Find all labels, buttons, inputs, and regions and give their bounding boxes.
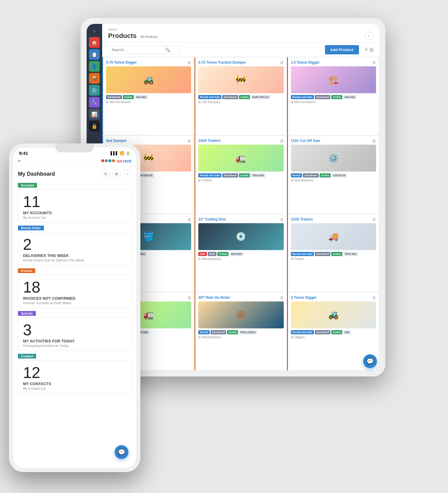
product-image: 🚛 [198, 145, 283, 172]
product-tag: Bulk [208, 252, 217, 256]
product-image: 🚚 [291, 223, 376, 250]
product-category: Diggers [294, 336, 305, 339]
product-card[interactable]: 🗑110v Cut Off Saw⚙️RentalSerialisedActiv… [287, 135, 379, 214]
sidebar-collapse-icon[interactable]: » [93, 29, 96, 33]
product-tag: Rental and Sale [198, 95, 221, 99]
dashboard-card-title: MY ACCOUNTS [23, 211, 126, 215]
product-tags: Rental and SaleSerialisedActiveTRAI-002 [198, 173, 283, 177]
product-tags: SerialisedActiveDIG-001 [106, 95, 191, 99]
sidebar-icon-1[interactable]: 🏠 [89, 37, 100, 48]
phone-header: » onrent [13, 157, 136, 166]
delete-product-icon[interactable]: 🗑 [280, 296, 284, 300]
delete-product-icon[interactable]: 🗑 [372, 139, 376, 143]
phone: 9:41 ▌▌▌ 📶 🔋 » onrent My Dashboard ↻ [9, 143, 140, 472]
tablet-chat-button[interactable]: 💬 [363, 354, 377, 368]
sidebar-icon-3[interactable]: 👤 [89, 61, 100, 72]
dashboard-card[interactable]: 11 MY ACCOUNTS My Account List [18, 189, 131, 223]
product-name: 3 Tonne Digger [291, 296, 376, 300]
product-tag: DISC323 [229, 252, 243, 256]
list-view-icon[interactable]: ≡ [365, 47, 368, 53]
sidebar-icon-8[interactable]: 🔒 [89, 121, 100, 131]
product-card[interactable]: 🗑1.5 Tonne Digger🏗️Rental and SaleSerial… [287, 57, 379, 135]
settings-button[interactable]: ⚙ [112, 170, 121, 178]
product-tag: Sale [198, 252, 207, 256]
product-category: Trailers [202, 179, 212, 182]
logo-circle-blue [108, 159, 111, 162]
dashboard-number: 2 [23, 237, 126, 252]
dashboard-card-subtitle: Rental Orders Due for Delivery This Week [23, 258, 126, 262]
back-dash-button[interactable]: ‹ [123, 170, 131, 178]
products-header: Home Products 58 Products ‹ [102, 24, 379, 43]
product-image: 🚜 [291, 301, 376, 328]
phone-chat-button[interactable]: 💬 [115, 445, 128, 459]
product-category-row: ⊞ Miscellaneous [198, 257, 283, 261]
product-name: 110v Cut Off Saw [291, 139, 376, 143]
product-name: 10X5 Trailers [198, 139, 283, 143]
product-category: Miscellaneous [202, 257, 221, 261]
product-card[interactable]: 🗑12X6 Trailers🚚Rental and SaleSerialised… [287, 214, 379, 292]
dashboard-scroll[interactable]: Account 11 MY ACCOUNTS My Account List R… [13, 180, 136, 468]
product-tag: Active [320, 173, 331, 177]
product-category: Mini Excavators [110, 100, 131, 104]
delete-product-icon[interactable]: 🗑 [187, 60, 191, 65]
delete-product-icon[interactable]: 🗑 [187, 217, 191, 222]
product-card[interactable]: 🗑0.75 Tonne Tracked Dumper🚧Rental and Sa… [194, 57, 287, 135]
product-tag: TRAI-002 [251, 173, 266, 177]
product-card[interactable]: 🗑0.75 Tonne Digger🚜SerialisedActiveDIG-0… [102, 57, 194, 135]
delete-product-icon[interactable]: 🗑 [187, 139, 191, 143]
expand-icon[interactable]: » [18, 158, 21, 163]
product-tag: Serialised [315, 330, 331, 334]
delete-product-icon[interactable]: 🗑 [280, 139, 284, 143]
grid-view-icon[interactable]: ⊞ [369, 47, 373, 53]
search-box[interactable]: 🔍 [108, 46, 180, 54]
delete-product-icon[interactable]: 🗑 [280, 60, 284, 65]
phone-status-icons: ▌▌▌ 📶 🔋 [111, 151, 130, 155]
products-count: 58 Products [140, 35, 158, 39]
wifi-icon: 📶 [120, 151, 124, 155]
refresh-button[interactable]: ↻ [102, 170, 110, 178]
tablet-main: Home Products 58 Products ‹ 🔍 [102, 24, 379, 370]
delete-product-icon[interactable]: 🗑 [372, 217, 376, 222]
delete-product-icon[interactable]: 🗑 [372, 60, 376, 65]
product-category-row: ⊞ Site Dumpers [198, 100, 283, 104]
product-tag: DIG-001 [135, 95, 148, 99]
dashboard-card-title: MY ACTIVITIES FOR TODAY [23, 339, 126, 343]
phone-logo: onrent [101, 158, 131, 163]
logo-circle-orange [112, 159, 115, 162]
back-button[interactable]: ‹ [365, 32, 373, 40]
search-input[interactable] [111, 48, 165, 52]
product-category: Miscellaneous [294, 179, 313, 182]
dashboard-section-label: Invoice [18, 268, 35, 273]
sidebar-icon-7[interactable]: 📊 [89, 109, 100, 120]
product-name: 0.75 Tonne Tracked Dumper [198, 60, 283, 65]
delete-product-icon[interactable]: 🗑 [187, 296, 191, 300]
dashboard-card-subtitle: My Contact List [23, 387, 126, 390]
product-name: 4ed Dumper [106, 139, 191, 143]
dashboard-card-title: DELIVERIES THIS WEEK [23, 253, 126, 258]
product-image: 🚧 [198, 66, 283, 93]
product-card[interactable]: 🗑12" Cutting Disc💿SaleBulkActiveDISC323⊞… [194, 214, 287, 292]
logo-rent: rent [123, 158, 131, 163]
add-product-button[interactable]: Add Product [325, 45, 359, 54]
products-title-row: Products 58 Products ‹ [108, 32, 373, 40]
delete-product-icon[interactable]: 🗑 [372, 296, 376, 300]
product-tag: Serialised [222, 173, 238, 177]
product-card[interactable]: 🗑10X5 Trailers🚛Rental and SaleSerialised… [194, 135, 287, 214]
products-title-group: Products 58 Products [108, 32, 158, 40]
product-tag: Rental and Sale [198, 173, 221, 177]
dashboard-card[interactable]: 18 INVOICES NOT CONFIRMED Invoices Curre… [18, 275, 131, 308]
sidebar-icon-6[interactable]: 🔧 [89, 97, 100, 108]
product-tag: Active [239, 173, 250, 177]
sidebar-icon-5[interactable]: ⚙️ [89, 85, 100, 96]
sidebar-icon-4[interactable]: 📦 [89, 73, 100, 84]
product-category-row: ⊞ Mini Excavators [106, 100, 191, 104]
dashboard-card[interactable]: 2 DELIVERIES THIS WEEK Rental Orders Due… [18, 232, 131, 265]
dashboard-card-subtitle: Outstanding Activities for Today [23, 344, 126, 347]
product-tag: Serialised [315, 95, 331, 99]
delete-product-icon[interactable]: 🗑 [280, 217, 284, 222]
dashboard-card[interactable]: 12 MY CONTACTS My Contact List [18, 360, 131, 394]
product-card[interactable]: 🗑20T Ride On Roller🛞RentalSerialisedActi… [194, 292, 287, 370]
dashboard-card[interactable]: 3 MY ACTIVITIES FOR TODAY Outstanding Ac… [18, 318, 131, 351]
sidebar-icon-2[interactable]: 📋 [89, 49, 100, 60]
product-tag: Serialised [222, 95, 238, 99]
